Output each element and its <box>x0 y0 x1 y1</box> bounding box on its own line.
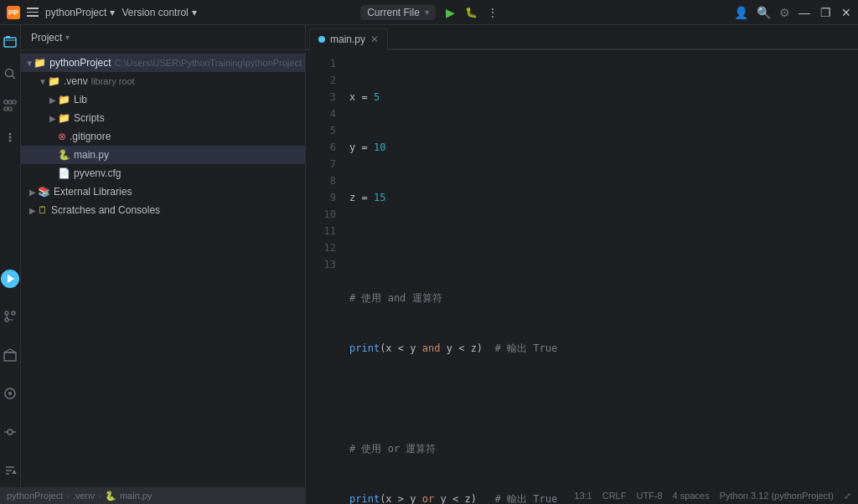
svg-rect-6 <box>13 100 16 104</box>
tree-item-venv[interactable]: ▼ 📁 .venv library root <box>21 72 305 90</box>
version-control[interactable]: Version control ▾ <box>121 7 196 18</box>
python-icon-status: 🐍 <box>105 491 116 501</box>
file-icon-mainpy: 🐍 <box>58 149 70 161</box>
user-icon[interactable]: 👤 <box>734 6 748 19</box>
sidebar-structure-icon[interactable] <box>0 95 20 116</box>
minimize-button[interactable]: — <box>799 7 810 18</box>
tree-arrow-venv: ▼ <box>38 77 48 86</box>
line-num-6: 6 <box>309 139 336 156</box>
tree-item-mainpy[interactable]: ▶ 🐍 main.py <box>21 146 305 164</box>
svg-rect-0 <box>4 38 16 47</box>
tree-item-scratches[interactable]: ▶ 🗒 Scratches and Consoles <box>21 201 305 219</box>
code-line-1: x = 5 <box>349 89 858 105</box>
folder-icon-lib: 📁 <box>58 94 70 105</box>
code-editor[interactable]: x = 5 y = 10 z = 15 # 使用 and 運算符 print(x… <box>339 50 858 504</box>
file-tree: ▼ 📁 pythonProject C:\Users\USER\PythonTr… <box>21 50 305 487</box>
svg-point-9 <box>9 133 12 136</box>
tab-name-mainpy: main.py <box>330 33 365 45</box>
run-button[interactable]: ▶ <box>446 6 455 19</box>
more-run-options[interactable]: ⋮ <box>488 7 498 18</box>
tree-arrow-pythonProject: ▼ <box>25 59 34 68</box>
editor-content: Reader Mode ✓ 1 2 3 4 5 6 7 8 9 10 11 12… <box>306 50 858 504</box>
svg-rect-8 <box>8 107 12 111</box>
tree-item-lib[interactable]: ▶ 📁 Lib <box>21 90 305 109</box>
tree-arrow-scratches: ▶ <box>28 206 38 215</box>
svg-point-14 <box>12 311 15 315</box>
breadcrumb-sep-2: › <box>98 491 101 501</box>
breadcrumb-sep-1: › <box>66 491 70 501</box>
folder-icon-venv: 📁 <box>48 75 60 87</box>
version-control-dropdown-icon: ▾ <box>192 7 197 18</box>
tree-label-pyvenvcfg: pyvenv.cfg <box>74 167 121 179</box>
code-line-7 <box>349 390 858 407</box>
editor-tabs: main.py ✕ <box>306 25 858 50</box>
version-control-label: Version control <box>121 7 188 18</box>
breadcrumb-venv: .venv <box>73 491 95 501</box>
file-tree-panel: Project ▾ ▼ 📁 pythonProject C:\Users\USE… <box>21 25 306 487</box>
file-icon-gitignore: ⊗ <box>58 131 66 142</box>
breadcrumb-file: main.py <box>120 491 152 501</box>
sidebar-project-icon[interactable] <box>0 32 20 52</box>
svg-point-13 <box>5 311 8 315</box>
project-name[interactable]: pythonProject ▾ <box>45 7 115 18</box>
sidebar-more-icon[interactable] <box>0 127 20 147</box>
svg-line-3 <box>13 76 16 80</box>
title-bar-center: Current File ▾ ▶ 🐛 ⋮ <box>360 5 498 20</box>
run-config-label: Current File <box>367 7 420 18</box>
status-bar-left: pythonProject › .venv › 🐍 main.py <box>7 491 152 501</box>
svg-point-11 <box>9 140 12 142</box>
breadcrumb[interactable]: pythonProject › .venv › 🐍 main.py <box>7 491 152 501</box>
hamburger-menu[interactable] <box>27 8 39 17</box>
line-num-3: 3 <box>309 89 336 105</box>
tree-label-lib: Lib <box>74 94 87 105</box>
line-num-7: 7 <box>309 156 336 172</box>
tree-arrow-lib: ▶ <box>48 95 58 105</box>
line-num-10: 10 <box>309 206 336 223</box>
editor-area: main.py ✕ Reader Mode ✓ 1 2 3 4 5 6 7 8 … <box>306 25 858 504</box>
tree-item-scripts[interactable]: ▶ 📁 Scripts <box>21 109 305 127</box>
tree-arrow-scripts: ▶ <box>48 114 58 123</box>
debug-button[interactable]: 🐛 <box>465 7 478 18</box>
line-num-1: 1 <box>309 55 336 72</box>
maximize-button[interactable]: ❐ <box>820 7 831 18</box>
tree-item-pyvenvcfg[interactable]: ▶ 📄 pyvenv.cfg <box>21 164 305 183</box>
sidebar-search-icon[interactable] <box>0 64 20 84</box>
settings-icon[interactable]: ⚙ <box>779 6 790 19</box>
tree-item-external-libraries[interactable]: ▶ 📚 External Libraries <box>21 183 305 201</box>
panel-title[interactable]: Project ▾ <box>31 32 70 44</box>
svg-marker-12 <box>8 275 14 283</box>
run-config-dropdown-icon: ▾ <box>425 8 429 17</box>
code-line-8: # 使用 or 運算符 <box>349 440 858 457</box>
sidebar-commits-icon[interactable] <box>0 422 20 442</box>
code-line-4 <box>349 239 858 256</box>
tree-label-venv: .venv <box>64 75 88 87</box>
sidebar-git-icon[interactable] <box>0 306 20 327</box>
folder-icon-ext-lib: 📚 <box>38 186 50 198</box>
left-sidebar-icons <box>0 25 21 487</box>
sidebar-run-icon[interactable] <box>1 270 19 288</box>
tab-python-icon <box>318 36 325 43</box>
svg-point-19 <box>8 392 12 395</box>
close-button[interactable]: ✕ <box>841 7 851 18</box>
tree-item-pythonProject[interactable]: ▼ 📁 pythonProject C:\Users\USER\PythonTr… <box>21 54 305 72</box>
search-icon[interactable]: 🔍 <box>757 6 771 19</box>
line-num-4: 4 <box>309 105 336 122</box>
editor-tab-mainpy[interactable]: main.py ✕ <box>309 28 388 50</box>
line-num-2: 2 <box>309 72 336 89</box>
tree-label-gitignore: .gitignore <box>70 131 111 142</box>
project-name-label: pythonProject <box>45 7 106 18</box>
file-icon-pyvenvcfg: 📄 <box>58 167 70 179</box>
run-config[interactable]: Current File ▾ <box>360 5 436 20</box>
panel-title-label: Project <box>31 32 62 44</box>
svg-point-10 <box>9 136 12 139</box>
sidebar-sort-icon[interactable] <box>0 460 20 481</box>
folder-icon-pythonProject: 📁 <box>34 57 46 69</box>
tree-item-gitignore[interactable]: ▶ ⊗ .gitignore <box>21 127 305 146</box>
svg-rect-1 <box>6 36 10 39</box>
tree-arrow-ext-lib: ▶ <box>28 188 38 197</box>
window-controls: — ❐ ✕ <box>799 7 851 18</box>
tab-close-mainpy[interactable]: ✕ <box>370 33 379 45</box>
sidebar-services-icon[interactable] <box>0 383 20 404</box>
svg-rect-16 <box>4 352 16 361</box>
sidebar-packages-icon[interactable] <box>0 345 20 365</box>
